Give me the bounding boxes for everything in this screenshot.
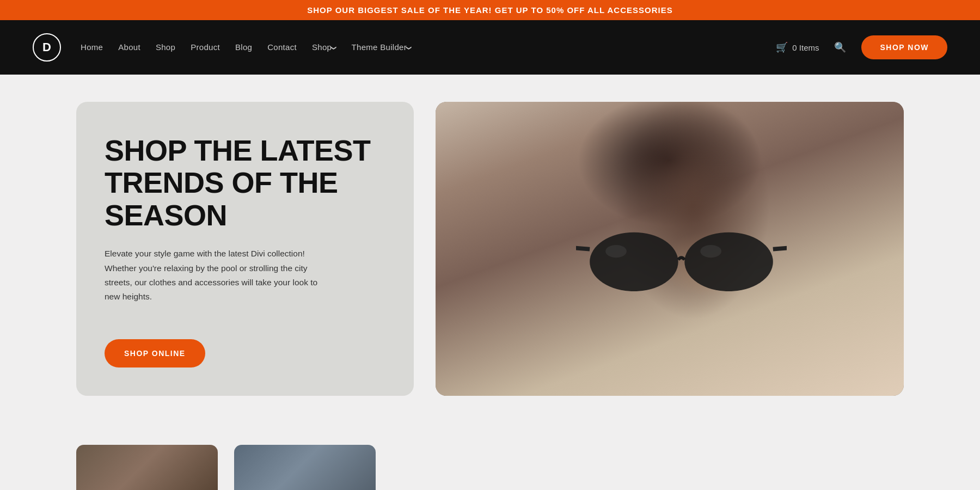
hero-section: SHOP THE LATEST TRENDS OF THE SEASON Ele… <box>0 75 980 434</box>
thumbnail-hat[interactable] <box>76 445 218 490</box>
nav-item-shop-dropdown[interactable]: Shop <box>312 42 336 52</box>
svg-point-1 <box>684 232 773 291</box>
shop-online-button[interactable]: SHOP ONLINE <box>105 339 205 367</box>
nav-right: 🛒 0 Items 🔍 SHOP NOW <box>776 35 947 59</box>
hero-subtitle: Elevate your style game with the latest … <box>105 247 333 304</box>
search-button[interactable]: 🔍 <box>830 39 850 56</box>
sunglasses-icon <box>576 228 787 291</box>
nav-item-about[interactable]: About <box>118 42 140 52</box>
cart-area[interactable]: 🛒 0 Items <box>776 41 819 53</box>
promo-banner: SHOP OUR BIGGEST SALE OF THE YEAR! GET U… <box>0 0 980 20</box>
nav-item-product[interactable]: Product <box>191 42 220 52</box>
svg-point-4 <box>605 245 627 258</box>
nav-links: Home About Shop Product Blog Contact Sho… <box>81 42 411 52</box>
main-navbar: D Home About Shop Product Blog Contact <box>0 20 980 75</box>
product-thumbnails <box>0 434 980 490</box>
nav-link-shop[interactable]: Shop <box>156 42 175 52</box>
nav-link-shop-dropdown[interactable]: Shop <box>312 42 336 52</box>
cart-icon: 🛒 <box>776 41 788 53</box>
hero-card: SHOP THE LATEST TRENDS OF THE SEASON Ele… <box>76 102 414 396</box>
hero-content: SHOP THE LATEST TRENDS OF THE SEASON Ele… <box>105 134 385 324</box>
nav-link-contact[interactable]: Contact <box>267 42 297 52</box>
nav-item-blog[interactable]: Blog <box>235 42 252 52</box>
svg-line-2 <box>576 247 590 249</box>
svg-line-3 <box>773 247 787 249</box>
nav-left: D Home About Shop Product Blog Contact <box>33 33 411 62</box>
nav-link-product[interactable]: Product <box>191 42 220 52</box>
shop-now-button[interactable]: SHOP NOW <box>861 35 947 59</box>
nav-item-shop[interactable]: Shop <box>156 42 175 52</box>
thumbnail-bottle[interactable] <box>234 445 376 490</box>
nav-item-home[interactable]: Home <box>81 42 103 52</box>
nav-link-theme-builder[interactable]: Theme Builder <box>352 42 412 52</box>
nav-item-contact[interactable]: Contact <box>267 42 297 52</box>
nav-link-home[interactable]: Home <box>81 42 103 52</box>
hero-image <box>436 102 904 396</box>
nav-item-theme-builder[interactable]: Theme Builder <box>352 42 412 52</box>
search-icon: 🔍 <box>834 42 846 53</box>
nav-link-blog[interactable]: Blog <box>235 42 252 52</box>
hero-title: SHOP THE LATEST TRENDS OF THE SEASON <box>105 134 385 231</box>
nav-link-about[interactable]: About <box>118 42 140 52</box>
site-logo[interactable]: D <box>33 33 61 62</box>
svg-point-5 <box>700 245 721 258</box>
promo-text: SHOP OUR BIGGEST SALE OF THE YEAR! GET U… <box>307 5 672 15</box>
cart-count: 0 Items <box>792 43 819 52</box>
svg-point-0 <box>590 232 678 291</box>
